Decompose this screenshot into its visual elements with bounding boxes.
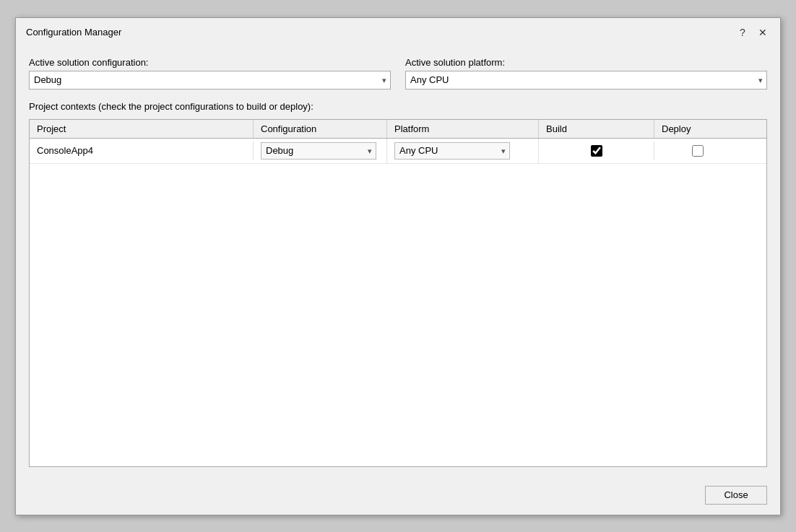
deploy-checkbox[interactable]: [692, 145, 704, 157]
active-platform-select-wrapper: Any CPU x86 x64: [405, 71, 767, 90]
project-contexts-table-container: Project Configuration Platform Build Dep…: [29, 119, 767, 467]
active-platform-group: Active solution platform: Any CPU x86 x6…: [405, 57, 767, 90]
configuration-manager-dialog: Configuration Manager ? ✕ Active solutio…: [15, 17, 781, 515]
col-header-project: Project: [30, 120, 254, 138]
active-platform-select[interactable]: Any CPU x86 x64: [405, 71, 767, 90]
cell-build: [539, 141, 654, 160]
title-bar-controls: ? ✕: [735, 25, 770, 40]
project-contexts-label: Project contexts (check the project conf…: [29, 101, 767, 112]
active-config-group: Active solution configuration: Debug Rel…: [29, 57, 391, 90]
close-button[interactable]: Close: [705, 486, 767, 505]
title-bar-left: Configuration Manager: [26, 27, 121, 38]
dialog-footer: Close: [16, 479, 780, 515]
col-header-configuration: Configuration: [254, 120, 387, 138]
cell-configuration: Debug Release: [254, 139, 387, 163]
table-row: ConsoleApp4 Debug Release Any CPU: [30, 139, 766, 164]
col-header-build: Build: [539, 120, 654, 138]
table-body: ConsoleApp4 Debug Release Any CPU: [30, 139, 766, 164]
active-config-select-wrapper: Debug Release: [29, 71, 391, 90]
active-config-select[interactable]: Debug Release: [29, 71, 391, 90]
table-header: Project Configuration Platform Build Dep…: [30, 120, 766, 139]
active-platform-label: Active solution platform:: [405, 57, 767, 68]
row-platform-select-wrapper: Any CPU x86 x64: [394, 142, 510, 160]
dialog-body: Active solution configuration: Debug Rel…: [16, 45, 780, 479]
col-header-platform: Platform: [387, 120, 539, 138]
row-platform-select[interactable]: Any CPU x86 x64: [394, 142, 510, 160]
build-checkbox[interactable]: [591, 145, 602, 157]
help-button[interactable]: ?: [735, 25, 750, 40]
active-config-label: Active solution configuration:: [29, 57, 391, 68]
row-config-select[interactable]: Debug Release: [261, 142, 376, 160]
dialog-title: Configuration Manager: [26, 27, 121, 38]
title-bar: Configuration Manager ? ✕: [16, 18, 780, 45]
close-title-button[interactable]: ✕: [756, 25, 770, 40]
cell-platform: Any CPU x86 x64: [387, 139, 539, 163]
row-config-select-wrapper: Debug Release: [261, 142, 376, 160]
solution-options-row: Active solution configuration: Debug Rel…: [29, 57, 767, 90]
col-header-deploy: Deploy: [654, 120, 741, 138]
cell-project: ConsoleApp4: [30, 141, 254, 160]
cell-deploy: [654, 141, 741, 160]
